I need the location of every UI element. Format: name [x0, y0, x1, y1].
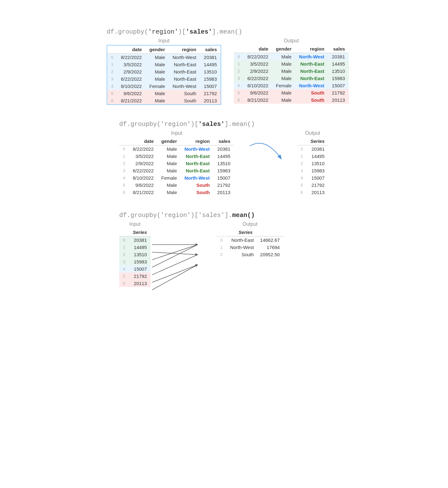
row-idx: 1 [234, 60, 243, 68]
row-date: 2/9/2022 [117, 68, 146, 75]
ac-input-table: Series 0 20381 1 14495 2 13510 3 15983 4… [119, 228, 151, 287]
table-row: 2 2/9/2022 Male North-East 13510 [234, 68, 349, 75]
tables-row-1: Input date gender region sales [107, 38, 429, 105]
row-region: South [295, 89, 328, 96]
table-row: 3 15983 [119, 258, 151, 265]
row-date: 9/6/2022 [117, 90, 146, 97]
row-date: 8/22/2022 [117, 54, 146, 61]
output-table: date gender region sales 0 8/22/2022 Mal… [234, 45, 349, 104]
row-sales: 15983 [200, 75, 221, 83]
row-gender: Male [272, 68, 295, 75]
row-region: North-East [169, 68, 200, 75]
ac-arrows [151, 221, 213, 298]
table-row: 3 6/22/2022 Male North-East 15983 [119, 167, 234, 174]
row-sales: 21792 [328, 89, 349, 96]
row-date: 8/21/2022 [244, 96, 272, 104]
row-idx: 3 [107, 75, 117, 83]
input-table: date gender region sales 0 8/22/2022 Mal… [107, 45, 221, 105]
row-region: North-East [295, 75, 328, 82]
section-1b-tables: Input date gender region sales 0 8/22/20… [119, 130, 429, 196]
ac-arrows-svg [151, 237, 213, 297]
table-row: 4 8/10/2022 Female North-West 15007 [107, 83, 221, 90]
row-gender: Male [272, 96, 295, 104]
row-sales: 15983 [328, 75, 349, 82]
section-23-content: df.groupby('region')['sales'].mean() Inp… [119, 212, 429, 298]
table-row: 0 8/22/2022 Male North-West 20381 [107, 54, 221, 61]
row-idx: 5 [234, 89, 243, 96]
row-sales: 20381 [200, 54, 221, 61]
output-label: Output [284, 38, 299, 44]
row-region: South [295, 96, 328, 104]
apply-combine-area: Input Series 0 20381 1 14495 2 13510 3 1… [119, 221, 429, 298]
row-gender: Male [272, 89, 295, 96]
table-row: 5 9/6/2022 Male South 21792 [119, 182, 234, 189]
table-row: 1 3/5/2022 Male North-East 14495 [119, 153, 234, 160]
table-row: 3 6/22/2022 Male North-East 15983 [234, 75, 349, 82]
row-sales: 20113 [200, 97, 221, 105]
row-gender: Male [146, 97, 169, 105]
row-date: 8/21/2022 [117, 97, 146, 105]
row-gender: Female [146, 83, 169, 90]
section-1b-output-table: Series 0 20381 1 14495 2 13510 3 15983 4… [297, 137, 328, 196]
row-gender: Male [146, 75, 169, 83]
row-date: 8/22/2022 [244, 53, 272, 61]
table-row: 2 South 20952.50 [216, 251, 283, 258]
section-1-label [19, 28, 94, 47]
row-sales: 20113 [328, 96, 349, 104]
row-region: North-West [295, 53, 328, 61]
input-label: Input [158, 38, 170, 44]
section-1b-input-table: date gender region sales 0 8/22/2022 Mal… [119, 137, 234, 196]
row-gender: Male [146, 61, 169, 68]
input-border: date gender region sales 0 8/22/2022 Mal… [107, 45, 221, 105]
table-row: 1 14495 [119, 244, 151, 251]
table-row: 0 20381 [297, 145, 328, 153]
row-idx: 6 [234, 96, 243, 104]
output-table-wrapper: Output date gender region sales 0 8/22/2… [234, 38, 349, 104]
row-date: 8/10/2022 [244, 82, 272, 89]
table-row: 2 13510 [297, 160, 328, 167]
row-sales: 13510 [328, 68, 349, 75]
row-idx: 5 [107, 90, 117, 97]
row-region: North-East [295, 60, 328, 68]
section-1b-output-label: Output [305, 130, 320, 136]
row-date: 9/6/2022 [244, 89, 272, 96]
section-labels-col [19, 212, 107, 240]
table-row: 2 2/9/2022 Male North-East 13510 [119, 160, 234, 167]
row-sales: 15007 [328, 82, 349, 89]
row-gender: Male [272, 75, 295, 82]
row-gender: Male [272, 53, 295, 61]
table-row: 4 8/10/2022 Female North-West 15007 [234, 82, 349, 89]
table-row: 0 8/22/2022 Male North-West 20381 [234, 53, 349, 61]
ac-output-wrapper: Output Series 0 North-East 14662.67 1 No… [216, 221, 283, 258]
row-region: North-East [169, 61, 200, 68]
table-row: 6 8/21/2022 Male South 20113 [234, 96, 349, 104]
section-1-content: df.groupby('region')['sales'].mean() Inp… [107, 28, 429, 105]
row-idx: 4 [234, 82, 243, 89]
row-date: 6/22/2022 [117, 75, 146, 83]
row-idx: 0 [234, 53, 243, 61]
table-row: 2 13510 [119, 251, 151, 258]
ac-output-label: Output [243, 221, 258, 227]
table-row: 4 8/10/2022 Female North-West 15007 [119, 174, 234, 182]
svg-line-6 [152, 265, 198, 290]
row-idx: 1 [107, 61, 117, 68]
section-23: df.groupby('region')['sales'].mean() Inp… [19, 212, 429, 298]
row-idx: 3 [234, 75, 243, 82]
combine-label [19, 237, 107, 240]
row-gender: Male [146, 68, 169, 75]
code-line-1: df.groupby('region')['sales'].mean() [107, 28, 429, 35]
code-line-1b: df.groupby('region')['sales'].mean() [119, 121, 429, 128]
table-row: 2 2/9/2022 Male North-East 13510 [107, 68, 221, 75]
table-row: 5 21792 [119, 273, 151, 280]
table-row: 5 9/6/2022 Male South 21792 [234, 89, 349, 96]
row-gender: Male [146, 54, 169, 61]
svg-line-3 [152, 245, 198, 267]
table-row: 3 15983 [297, 167, 328, 174]
section-1: df.groupby('region')['sales'].mean() Inp… [19, 28, 429, 105]
row-gender: Male [146, 90, 169, 97]
section-1b-input-wrapper: Input date gender region sales 0 8/22/20… [119, 130, 234, 196]
row-date: 6/22/2022 [244, 75, 272, 82]
row-idx: 6 [107, 97, 117, 105]
table-row: 6 20113 [119, 280, 151, 287]
row-region: South [169, 90, 200, 97]
